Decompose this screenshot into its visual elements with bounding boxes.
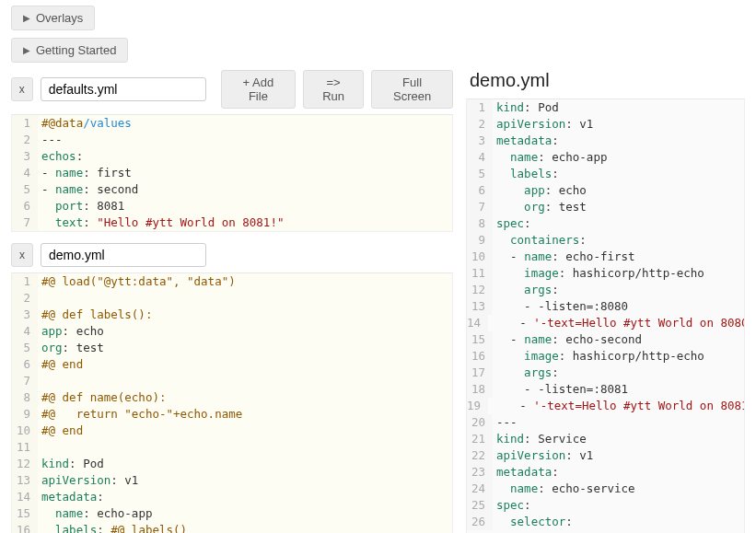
run-button[interactable]: => Run [303,70,364,109]
play-icon: ▶ [23,45,30,55]
getting-started-toggle[interactable]: ▶Getting Started [11,38,128,63]
filename-input-1[interactable] [41,243,206,267]
editor-defaults[interactable]: 1#@data/values 2--- 3echos: 4- name: fir… [11,114,453,232]
overlays-toggle[interactable]: ▶Overlays [11,6,95,30]
output-viewer: 1kind: Pod 2apiVersion: v1 3metadata: 4 … [466,98,745,533]
output-title: demo.yml [470,70,745,91]
play-icon: ▶ [23,13,30,23]
close-file-button[interactable]: x [11,243,33,267]
fullscreen-button[interactable]: Full Screen [371,70,453,109]
filename-input-0[interactable] [41,77,206,101]
editor-demo[interactable]: 1#@ load("@ytt:data", "data") 2 3#@ def … [11,272,453,533]
close-file-button[interactable]: x [11,77,33,101]
add-file-button[interactable]: + Add File [221,70,296,109]
